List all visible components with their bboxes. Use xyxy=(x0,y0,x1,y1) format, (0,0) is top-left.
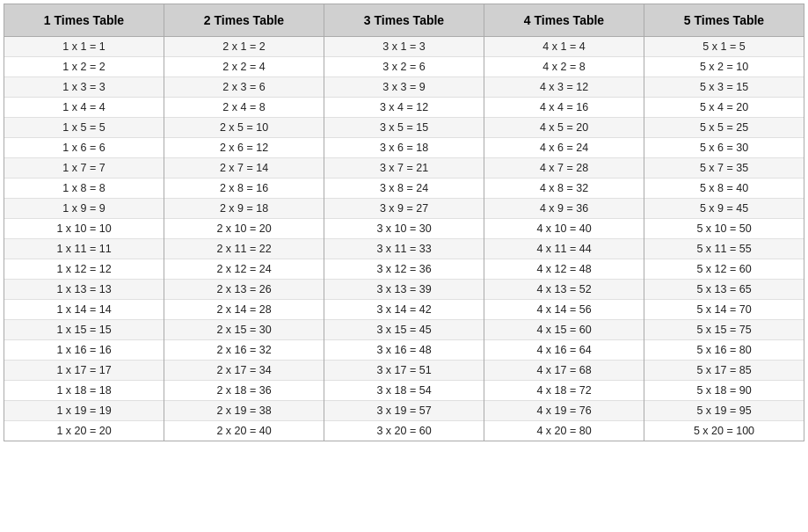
table-row: 5 x 8 = 40 xyxy=(644,179,804,199)
row-text: 4 x 20 = 80 xyxy=(536,425,591,437)
table-row: 1 x 20 = 20 xyxy=(4,421,164,441)
table-row: 3 x 10 = 30 xyxy=(324,219,484,239)
table-row: 5 x 10 = 50 xyxy=(644,219,804,239)
table-row: 3 x 6 = 18 xyxy=(324,138,484,158)
table-row: 2 x 11 = 22 xyxy=(164,239,324,259)
table-row: 5 x 12 = 60 xyxy=(644,259,804,280)
table-row: 3 x 12 = 36 xyxy=(324,259,484,280)
column-1: 1 Times Table1 x 1 = 11 x 2 = 21 x 3 = 3… xyxy=(4,4,164,441)
row-text: 5 x 11 = 55 xyxy=(696,243,751,255)
table-row: 1 x 12 = 12 xyxy=(4,259,164,280)
row-text: 3 x 6 = 18 xyxy=(380,142,428,154)
row-text: 1 x 3 = 3 xyxy=(62,81,105,93)
row-text: 3 x 20 = 60 xyxy=(376,425,431,437)
row-text: 5 x 16 = 80 xyxy=(696,344,751,356)
row-text: 3 x 1 = 3 xyxy=(382,40,425,53)
row-text: 1 x 5 = 5 xyxy=(62,121,105,134)
row-text: 5 x 6 = 30 xyxy=(700,142,748,154)
table-row: 4 x 10 = 40 xyxy=(484,219,644,239)
row-text: 1 x 19 = 19 xyxy=(56,404,111,417)
row-text: 5 x 19 = 95 xyxy=(696,404,751,417)
table-row: 4 x 4 = 16 xyxy=(484,98,644,118)
table-row: 1 x 17 = 17 xyxy=(4,361,164,381)
table-row: 1 x 18 = 18 xyxy=(4,381,164,401)
table-row: 3 x 7 = 21 xyxy=(324,158,484,179)
table-row: 2 x 6 = 12 xyxy=(164,138,324,158)
table-row: 4 x 8 = 32 xyxy=(484,179,644,199)
row-text: 3 x 2 = 6 xyxy=(382,61,425,73)
table-row: 4 x 13 = 52 xyxy=(484,280,644,300)
row-text: 2 x 5 = 10 xyxy=(220,121,268,134)
column-header-3: 3 Times Table xyxy=(324,4,484,37)
row-text: 3 x 12 = 36 xyxy=(376,263,431,275)
table-row: 2 x 8 = 16 xyxy=(164,179,324,199)
row-text: 1 x 4 = 4 xyxy=(62,101,105,113)
row-text: 2 x 12 = 24 xyxy=(216,263,271,275)
table-row: 2 x 17 = 34 xyxy=(164,361,324,381)
row-text: 3 x 10 = 30 xyxy=(376,222,431,235)
row-text: 2 x 3 = 6 xyxy=(222,81,265,93)
row-text: 2 x 9 = 18 xyxy=(220,202,268,215)
row-text: 3 x 7 = 21 xyxy=(380,162,428,174)
column-header-1: 1 Times Table xyxy=(4,4,164,37)
row-text: 2 x 11 = 22 xyxy=(216,243,271,255)
row-text: 3 x 3 = 9 xyxy=(382,81,425,93)
row-text: 5 x 15 = 75 xyxy=(696,324,751,336)
table-row: 2 x 19 = 38 xyxy=(164,401,324,421)
table-row: 1 x 9 = 9 xyxy=(4,199,164,219)
table-row: 4 x 20 = 80 xyxy=(484,421,644,441)
row-text: 4 x 2 = 8 xyxy=(542,61,585,73)
table-row: 2 x 20 = 40 xyxy=(164,421,324,441)
table-row: 1 x 8 = 8 xyxy=(4,179,164,199)
row-text: 1 x 7 = 7 xyxy=(62,162,105,174)
row-text: 2 x 19 = 38 xyxy=(216,404,271,417)
table-row: 5 x 20 = 100 xyxy=(644,421,804,441)
row-text: 2 x 18 = 36 xyxy=(216,384,271,397)
row-text: 1 x 1 = 1 xyxy=(62,40,105,53)
table-row: 3 x 18 = 54 xyxy=(324,381,484,401)
row-text: 5 x 20 = 100 xyxy=(694,425,754,437)
table-row: 5 x 5 = 25 xyxy=(644,118,804,138)
table-row: 1 x 1 = 1 xyxy=(4,37,164,57)
table-row: 2 x 5 = 10 xyxy=(164,118,324,138)
row-text: 5 x 3 = 15 xyxy=(700,81,748,93)
column-3: 3 Times Table3 x 1 = 33 x 2 = 63 x 3 = 9… xyxy=(324,4,484,441)
row-text: 5 x 13 = 65 xyxy=(696,283,751,295)
row-text: 1 x 13 = 13 xyxy=(56,283,111,295)
row-text: 5 x 2 = 10 xyxy=(700,61,748,73)
row-text: 2 x 4 = 8 xyxy=(222,101,265,113)
table-row: 4 x 15 = 60 xyxy=(484,320,644,340)
table-row: 1 x 13 = 13 xyxy=(4,280,164,300)
row-text: 5 x 14 = 70 xyxy=(696,303,751,316)
table-row: 4 x 9 = 36 xyxy=(484,199,644,219)
row-text: 2 x 6 = 12 xyxy=(220,142,268,154)
table-row: 5 x 14 = 70 xyxy=(644,300,804,320)
column-header-4: 4 Times Table xyxy=(484,4,644,37)
table-row: 3 x 15 = 45 xyxy=(324,320,484,340)
row-text: 1 x 10 = 10 xyxy=(56,222,111,235)
row-text: 3 x 16 = 48 xyxy=(376,344,431,356)
table-row: 1 x 10 = 10 xyxy=(4,219,164,239)
table-row: 1 x 6 = 6 xyxy=(4,138,164,158)
table-row: 4 x 3 = 12 xyxy=(484,77,644,98)
row-text: 3 x 11 = 33 xyxy=(376,243,431,255)
table-row: 3 x 13 = 39 xyxy=(324,280,484,300)
table-row: 1 x 5 = 5 xyxy=(4,118,164,138)
row-text: 4 x 7 = 28 xyxy=(540,162,588,174)
table-row: 3 x 3 = 9 xyxy=(324,77,484,98)
table-row: 4 x 17 = 68 xyxy=(484,361,644,381)
table-row: 2 x 18 = 36 xyxy=(164,381,324,401)
row-text: 3 x 13 = 39 xyxy=(376,283,431,295)
table-row: 5 x 2 = 10 xyxy=(644,57,804,77)
row-text: 2 x 14 = 28 xyxy=(216,303,271,316)
table-row: 4 x 1 = 4 xyxy=(484,37,644,57)
table-row: 5 x 1 = 5 xyxy=(644,37,804,57)
table-row: 5 x 7 = 35 xyxy=(644,158,804,179)
table-row: 4 x 6 = 24 xyxy=(484,138,644,158)
row-text: 1 x 20 = 20 xyxy=(56,425,111,437)
table-row: 5 x 4 = 20 xyxy=(644,98,804,118)
table-row: 2 x 13 = 26 xyxy=(164,280,324,300)
table-row: 2 x 7 = 14 xyxy=(164,158,324,179)
row-text: 5 x 1 = 5 xyxy=(702,40,745,53)
table-row: 5 x 17 = 85 xyxy=(644,361,804,381)
